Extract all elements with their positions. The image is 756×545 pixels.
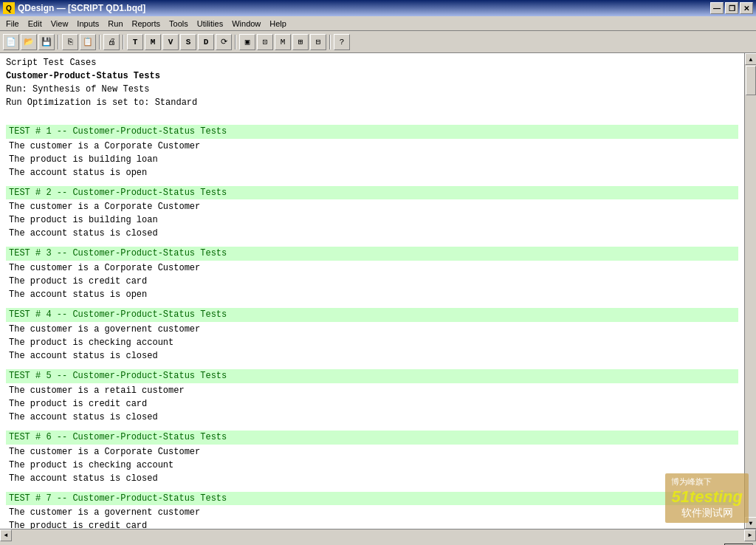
test-line: The customer is a governent customer — [9, 323, 735, 336]
test-block-1: TEST # 1 -- Customer-Product-Status Test… — [6, 125, 738, 180]
test-line: The account status is closed — [9, 227, 735, 240]
tb-b5-button[interactable]: ⊟ — [310, 34, 326, 50]
test-header-7: TEST # 7 -- Customer-Product-Status Test… — [6, 492, 738, 506]
tb-s-button[interactable]: S — [180, 34, 196, 50]
test-line: The product is checking account — [9, 459, 735, 472]
close-button[interactable]: ✕ — [740, 2, 753, 14]
scroll-up-arrow[interactable]: ▲ — [745, 53, 756, 65]
test-line: The product is credit card — [9, 519, 735, 529]
test-line: The product is checking account — [9, 336, 735, 349]
test-block-5: TEST # 5 -- Customer-Product-Status Test… — [6, 369, 738, 425]
window-controls: — ❐ ✕ — [710, 2, 753, 14]
test-line: The account status is closed — [9, 411, 735, 424]
toolbar: 📄 📂 💾 ⎘ 📋 🖨 T M V S D ⟳ ▣ ⊡ M ⊞ ⊟ ? — [0, 31, 756, 53]
header-line2: Customer-Product-Status Tests — [6, 69, 738, 83]
test-line: The product is credit card — [9, 275, 735, 288]
tb-sep4 — [235, 35, 236, 49]
scroll-left-arrow[interactable]: ◄ — [0, 529, 12, 541]
tb-sep5 — [329, 35, 331, 49]
scroll-track[interactable] — [745, 65, 756, 517]
menu-help[interactable]: Help — [265, 18, 291, 30]
test-body-6: The customer is a Corporate CustomerThe … — [6, 445, 738, 486]
vertical-scrollbar[interactable]: ▲ ▼ — [744, 53, 756, 529]
title-bar: Q QDesign — [SCRIPT QD1.bqd] — ❐ ✕ — [0, 0, 756, 16]
test-block-3: TEST # 3 -- Customer-Product-Status Test… — [6, 247, 738, 302]
status-bar: For Help, press F1 NUM — [0, 541, 756, 545]
header-line1: Script Test Cases — [6, 56, 738, 69]
tb-b2-button[interactable]: ⊡ — [257, 34, 273, 50]
restore-button[interactable]: ❐ — [725, 2, 738, 14]
test-line: The customer is a governent customer — [9, 506, 735, 519]
test-body-2: The customer is a Corporate CustomerThe … — [6, 199, 738, 241]
test-header-5: TEST # 5 -- Customer-Product-Status Test… — [6, 369, 738, 383]
tb-d-button[interactable]: D — [198, 34, 214, 50]
test-body-7: The customer is a governent customerThe … — [6, 505, 738, 529]
menu-file[interactable]: File — [1, 18, 24, 30]
menu-bar: File Edit View Inputs Run Reports Tools … — [0, 16, 756, 31]
test-line: The account status is open — [9, 288, 735, 301]
test-header-2: TEST # 2 -- Customer-Product-Status Test… — [6, 186, 738, 200]
content-area[interactable]: Script Test Cases Customer-Product-Statu… — [0, 53, 744, 529]
tb-paste-button[interactable]: 📋 — [80, 34, 96, 50]
test-line: The account status is closed — [9, 472, 735, 485]
tests-container: TEST # 1 -- Customer-Product-Status Test… — [6, 125, 738, 529]
header-line3: Run: Synthesis of New Tests — [6, 83, 738, 96]
tb-open-button[interactable]: 📂 — [21, 34, 37, 50]
test-header-6: TEST # 6 -- Customer-Product-Status Test… — [6, 431, 738, 445]
test-line: The account status is open — [9, 166, 735, 179]
test-line: The customer is a Corporate Customer — [9, 445, 735, 459]
menu-view[interactable]: View — [47, 18, 73, 30]
minimize-button[interactable]: — — [710, 2, 724, 14]
tb-b3-button[interactable]: M — [275, 34, 291, 50]
test-line: The product is building loan — [9, 153, 735, 166]
script-header: Script Test Cases Customer-Product-Statu… — [6, 56, 738, 109]
test-block-7: TEST # 7 -- Customer-Product-Status Test… — [6, 492, 738, 529]
menu-inputs[interactable]: Inputs — [72, 18, 103, 30]
menu-edit[interactable]: Edit — [24, 18, 47, 30]
menu-reports[interactable]: Reports — [128, 18, 165, 30]
tb-sep3 — [123, 35, 124, 49]
tb-t-button[interactable]: T — [127, 34, 143, 50]
menu-utilities[interactable]: Utilities — [193, 18, 227, 30]
tb-help-button[interactable]: ? — [334, 34, 350, 50]
menu-tools[interactable]: Tools — [165, 18, 193, 30]
scroll-right-arrow[interactable]: ► — [744, 529, 756, 541]
tb-sep1 — [58, 35, 59, 49]
test-block-6: TEST # 6 -- Customer-Product-Status Test… — [6, 431, 738, 486]
tb-print-button[interactable]: 🖨 — [103, 34, 120, 50]
scroll-down-arrow[interactable]: ▼ — [745, 517, 756, 529]
main-area: Script Test Cases Customer-Product-Statu… — [0, 53, 756, 529]
menu-run[interactable]: Run — [103, 18, 127, 30]
header-line4: Run Optimization is set to: Standard — [6, 96, 738, 109]
test-line: The account status is closed — [9, 349, 735, 363]
test-line: The customer is a Corporate Customer — [9, 200, 735, 213]
tb-new-button[interactable]: 📄 — [3, 34, 19, 50]
tb-b4-button[interactable]: ⊞ — [292, 34, 309, 50]
test-body-3: The customer is a Corporate CustomerThe … — [6, 261, 738, 302]
h-scroll-track[interactable] — [12, 529, 744, 541]
test-header-4: TEST # 4 -- Customer-Product-Status Test… — [6, 308, 738, 322]
tb-sep2 — [99, 35, 100, 49]
test-header-1: TEST # 1 -- Customer-Product-Status Test… — [6, 125, 738, 139]
test-body-1: The customer is a Corporate CustomerThe … — [6, 139, 738, 180]
scroll-thumb[interactable] — [746, 66, 756, 95]
tb-b1-button[interactable]: ▣ — [239, 34, 255, 50]
title-text: QDesign — [SCRIPT QD1.bqd] — [18, 3, 710, 13]
test-line: The customer is a Corporate Customer — [9, 140, 735, 153]
app-icon: Q — [3, 2, 15, 14]
test-header-3: TEST # 3 -- Customer-Product-Status Test… — [6, 247, 738, 261]
test-line: The product is credit card — [9, 397, 735, 411]
tb-m-button[interactable]: M — [145, 34, 161, 50]
tb-v-button[interactable]: V — [162, 34, 179, 50]
horizontal-scrollbar[interactable]: ◄ ► — [0, 529, 756, 541]
test-body-5: The customer is a retail customerThe pro… — [6, 383, 738, 425]
tb-arrow-button[interactable]: ⟳ — [216, 34, 232, 50]
test-line: The product is building loan — [9, 213, 735, 227]
tb-save-button[interactable]: 💾 — [38, 34, 55, 50]
test-line: The customer is a retail customer — [9, 384, 735, 397]
test-block-2: TEST # 2 -- Customer-Product-Status Test… — [6, 186, 738, 241]
tb-copy-button[interactable]: ⎘ — [62, 34, 78, 50]
menu-window[interactable]: Window — [227, 18, 265, 30]
test-block-4: TEST # 4 -- Customer-Product-Status Test… — [6, 308, 738, 363]
test-body-4: The customer is a governent customerThe … — [6, 322, 738, 363]
